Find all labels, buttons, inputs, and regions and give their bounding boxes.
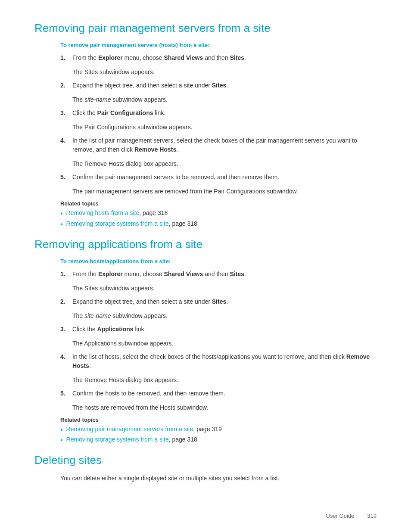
step-number: 1. (60, 53, 72, 62)
section1-steps-3: 3. Click the Pair Configurations link. (34, 109, 377, 118)
section2-steps-4: 4. In the list of hosts, select the chec… (34, 352, 377, 370)
step-1-3: 3. Click the Pair Configurations link. (60, 109, 377, 118)
step-number: 1. (60, 270, 72, 279)
step-number: 2. (60, 297, 72, 306)
section3-title: Deleting sites (34, 454, 377, 467)
related-link-item: • Removing pair management servers from … (60, 426, 377, 435)
bullet-icon: • (60, 426, 63, 435)
step-content: Confirm the pair management servers to b… (72, 173, 377, 182)
section1-subtitle: To remove pair management servers (hosts… (34, 42, 377, 48)
step2-5-note: The hosts are removed from the Hosts sub… (34, 403, 377, 412)
related-link-text: Removing storage systems from a site, pa… (66, 436, 197, 443)
step-2-5: 5. Confirm the hosts to be removed, and … (60, 389, 377, 398)
section1-related-list: • Removing hosts from a site, page 318 •… (34, 209, 377, 229)
footer-page-number: 319 (367, 513, 377, 519)
section1-title: Removing pair management servers from a … (34, 22, 377, 35)
section2-related-title: Related topics (34, 417, 377, 423)
footer-label: User Guide (326, 513, 355, 519)
related-link-item: • Removing storage systems from a site, … (60, 220, 377, 229)
step-number: 4. (60, 352, 72, 370)
step-content: From the Explorer menu, choose Shared Vi… (72, 53, 377, 62)
section2-steps-3: 3. Click the Applications link. (34, 325, 377, 334)
step-2-4: 4. In the list of hosts, select the chec… (60, 352, 377, 370)
step-2-2: 2. Expand the object tree, and then sele… (60, 297, 377, 306)
section3-description: You can delete either a single displayed… (34, 474, 377, 483)
step-content: Expand the object tree, and then select … (72, 81, 377, 90)
step-1-1: 1. From the Explorer menu, choose Shared… (60, 53, 377, 62)
related-link-text: Removing pair management servers from a … (66, 426, 222, 432)
section2-related-list: • Removing pair management servers from … (34, 426, 377, 445)
related-link[interactable]: Removing storage systems from a site (66, 436, 169, 443)
step2-1-note: The Sites subwindow appears. (34, 284, 377, 293)
related-link-item: • Removing storage systems from a site, … (60, 436, 377, 445)
step-number: 3. (60, 325, 72, 334)
section1-steps-4: 4. In the list of pair management server… (34, 136, 377, 154)
step-number: 3. (60, 109, 72, 118)
page-footer: User Guide 319 (326, 513, 377, 519)
section2-steps-2: 2. Expand the object tree, and then sele… (34, 297, 377, 306)
section1-steps-5: 5. Confirm the pair management servers t… (34, 173, 377, 182)
bullet-icon: • (60, 220, 63, 229)
step-1-2: 2. Expand the object tree, and then sele… (60, 81, 377, 90)
section2-steps-1: 1. From the Explorer menu, choose Shared… (34, 270, 377, 279)
step-content: Click the Pair Configurations link. (72, 109, 377, 118)
step-content: Click the Applications link. (72, 325, 377, 334)
related-link[interactable]: Removing pair management servers from a … (66, 426, 193, 432)
step-content: From the Explorer menu, choose Shared Vi… (72, 270, 377, 279)
step-1-5: 5. Confirm the pair management servers t… (60, 173, 377, 182)
step-number: 4. (60, 136, 72, 154)
step1-3-note: The Pair Configurations subwindow appear… (34, 123, 377, 132)
step-content: Expand the object tree, and then select … (72, 297, 377, 306)
step-number: 5. (60, 173, 72, 182)
step-content: In the list of hosts, select the check b… (72, 352, 377, 370)
section2-title: Removing applications from a site (34, 238, 377, 251)
related-link-text: Removing storage systems from a site, pa… (66, 220, 197, 227)
related-link[interactable]: Removing storage systems from a site (66, 220, 169, 227)
related-link[interactable]: Removing hosts from a site (66, 209, 140, 216)
bullet-icon: • (60, 436, 63, 445)
section1-related-title: Related topics (34, 200, 377, 207)
step1-4-note: The Remove Hosts dialog box appears. (34, 159, 377, 168)
section-deleting-sites: Deleting sites You can delete either a s… (34, 454, 377, 483)
related-link-item: • Removing hosts from a site, page 318 (60, 209, 377, 218)
step2-3-note: The Applications subwindow appears. (34, 339, 377, 348)
step-content: Confirm the hosts to be removed, and the… (72, 389, 377, 398)
step-number: 2. (60, 81, 72, 90)
step-2-1: 1. From the Explorer menu, choose Shared… (60, 270, 377, 279)
step1-1-note: The Sites subwindow appears. (34, 68, 377, 77)
step1-5-note: The pair management servers are removed … (34, 187, 377, 196)
step-2-3: 3. Click the Applications link. (60, 325, 377, 334)
section-removing-pair-management-servers: Removing pair management servers from a … (34, 22, 377, 229)
section1-steps: 1. From the Explorer menu, choose Shared… (34, 53, 377, 62)
step1-2-note: The site-name subwindow appears. (34, 95, 377, 104)
section2-subtitle: To remove hosts/applications from a site… (34, 258, 377, 264)
section1-steps-2: 2. Expand the object tree, and then sele… (34, 81, 377, 90)
related-link-text: Removing hosts from a site, page 318 (66, 209, 168, 216)
step-number: 5. (60, 389, 72, 398)
section-removing-applications: Removing applications from a site To rem… (34, 238, 377, 445)
step2-4-note: The Remove Hosts dialog box appears. (34, 376, 377, 385)
section2-steps-5: 5. Confirm the hosts to be removed, and … (34, 389, 377, 398)
step-1-4: 4. In the list of pair management server… (60, 136, 377, 154)
step-content: In the list of pair management servers, … (72, 136, 377, 154)
step2-2-note: The site-name subwindow appears. (34, 311, 377, 320)
bullet-icon: • (60, 209, 63, 218)
page-content: Removing pair management servers from a … (0, 0, 411, 517)
